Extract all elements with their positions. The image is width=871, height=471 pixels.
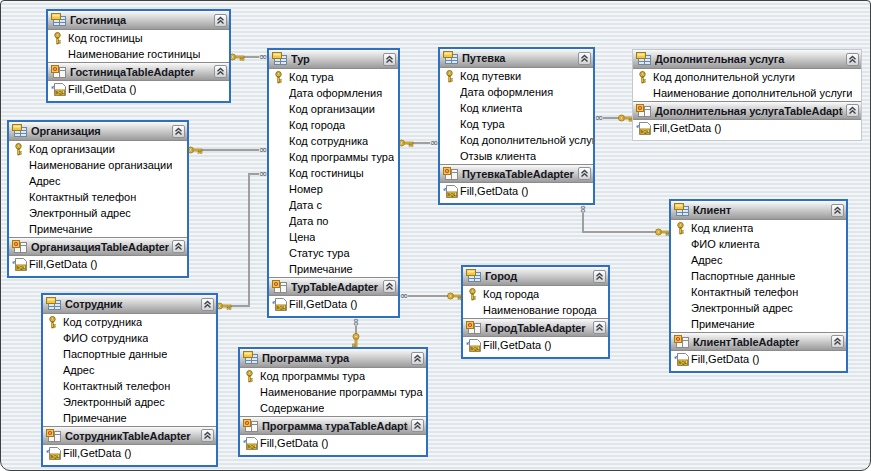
column-row[interactable]: Дата оформления xyxy=(269,85,398,101)
methods-row[interactable]: SQLFill,GetData () xyxy=(440,183,593,199)
collapse-button[interactable] xyxy=(172,125,185,138)
relation-connector[interactable]: ∞ xyxy=(578,205,670,235)
collapse-button[interactable] xyxy=(831,204,844,217)
column-row[interactable]: Код сотрудника xyxy=(43,314,216,330)
column-row[interactable]: Дата по xyxy=(269,213,398,229)
column-row[interactable]: Дата оформления xyxy=(440,84,593,100)
table-header[interactable]: Город xyxy=(463,267,608,286)
column-row[interactable]: Код сотрудника xyxy=(269,133,398,149)
methods-row[interactable]: SQLFill,GetData () xyxy=(463,337,608,353)
collapse-button[interactable] xyxy=(383,280,396,293)
column-row[interactable]: Наименование программы тура xyxy=(240,384,426,400)
column-row[interactable]: Код тура xyxy=(269,69,398,85)
column-row[interactable]: Контактный телефон xyxy=(43,378,216,394)
column-row[interactable]: Электронный адрес xyxy=(43,394,216,410)
column-row[interactable]: Примечание xyxy=(269,261,398,277)
methods-row[interactable]: SQLFill,GetData () xyxy=(43,445,216,461)
relation-connector[interactable]: ∞ xyxy=(595,112,633,123)
adapter-header[interactable]: Программа тураTableAdapter xyxy=(240,416,426,435)
column-row[interactable]: ФИО сотрудника xyxy=(43,330,216,346)
adapter-header[interactable]: Дополнительная услугаTableAdapter xyxy=(633,101,861,120)
relation-connector[interactable]: ∞ xyxy=(188,144,268,155)
column-row[interactable]: Код гостиницы xyxy=(48,30,229,46)
column-row[interactable]: Наименование гостиницы xyxy=(48,46,229,62)
relation-connector[interactable]: ∞ xyxy=(400,290,462,301)
collapse-button[interactable] xyxy=(846,104,859,117)
column-row[interactable]: Контактный телефон xyxy=(671,284,846,300)
adapter-header[interactable]: СотрудникTableAdapter xyxy=(43,426,216,445)
relation-connector[interactable]: ∞ xyxy=(217,168,268,309)
table-header[interactable]: Гостиница xyxy=(48,11,229,30)
relation-connector[interactable]: ∞ xyxy=(351,318,362,348)
collapse-button[interactable] xyxy=(201,298,214,311)
column-row[interactable]: Адрес xyxy=(9,173,187,189)
relation-connector[interactable]: ∞ xyxy=(399,137,439,148)
methods-row[interactable]: SQLFill,GetData () xyxy=(240,435,426,451)
column-row[interactable]: Электронный адрес xyxy=(671,300,846,316)
collapse-button[interactable] xyxy=(846,53,859,66)
column-row[interactable]: Код дополнительной услуги xyxy=(633,69,861,85)
methods-row[interactable]: SQLFill,GetData () xyxy=(671,351,846,367)
column-row[interactable]: Цена xyxy=(269,229,398,245)
methods-row[interactable]: SQLFill,GetData () xyxy=(633,120,861,136)
table-header[interactable]: Организация xyxy=(9,122,187,141)
column-row[interactable]: Адрес xyxy=(43,362,216,378)
column-row[interactable]: Статус тура xyxy=(269,245,398,261)
methods-row[interactable]: SQLFill,GetData () xyxy=(269,296,398,312)
methods-row[interactable]: SQLFill,GetData () xyxy=(48,81,229,97)
column-row[interactable]: Код тура xyxy=(440,116,593,132)
collapse-button[interactable] xyxy=(578,52,591,65)
column-row[interactable]: Код программы тура xyxy=(240,368,426,384)
table-header[interactable]: Тур xyxy=(269,50,398,69)
collapse-button[interactable] xyxy=(593,270,606,283)
adapter-header[interactable]: ТурTableAdapter xyxy=(269,277,398,296)
column-row[interactable]: Код клиента xyxy=(440,100,593,116)
column-row[interactable]: Наименование дополнительной услуги xyxy=(633,85,861,101)
collapse-button[interactable] xyxy=(214,65,227,78)
table-organization[interactable]: ОрганизацияКод организацииНаименование о… xyxy=(7,120,189,278)
table-header[interactable]: Программа тура xyxy=(240,349,426,368)
collapse-button[interactable] xyxy=(411,419,424,432)
column-row[interactable]: Электронный адрес xyxy=(9,205,187,221)
column-row[interactable]: Примечание xyxy=(9,221,187,237)
column-row[interactable]: Код клиента xyxy=(671,220,846,236)
column-row[interactable]: Паспортные данные xyxy=(43,346,216,362)
relation-line[interactable] xyxy=(218,174,259,306)
column-row[interactable]: Код путевки xyxy=(440,68,593,84)
collapse-button[interactable] xyxy=(383,53,396,66)
table-client[interactable]: КлиентКод клиентаФИО клиентаАдресПаспорт… xyxy=(669,199,848,373)
collapse-button[interactable] xyxy=(593,321,606,334)
column-row[interactable]: Примечание xyxy=(671,316,846,332)
column-row[interactable]: Наименование города xyxy=(463,302,608,318)
table-voucher[interactable]: ПутевкаКод путевкиДата оформленияКод кли… xyxy=(438,47,595,205)
adapter-header[interactable]: КлиентTableAdapter xyxy=(671,332,846,351)
column-row[interactable]: Паспортные данные xyxy=(671,268,846,284)
column-row[interactable]: Номер xyxy=(269,181,398,197)
column-row[interactable]: Код дополнительной услуги xyxy=(440,132,593,148)
adapter-header[interactable]: ГородTableAdapter xyxy=(463,318,608,337)
column-row[interactable]: Наименование организации xyxy=(9,157,187,173)
column-row[interactable]: Адрес xyxy=(671,252,846,268)
table-tour[interactable]: ТурКод тураДата оформленияКод организаци… xyxy=(267,48,400,318)
table-header[interactable]: Дополнительная услуга xyxy=(633,50,861,69)
adapter-header[interactable]: ПутевкаTableAdapter xyxy=(440,164,593,183)
column-row[interactable]: Отзыв клиента xyxy=(440,148,593,164)
relation-line[interactable] xyxy=(583,213,669,232)
column-row[interactable]: Дата с xyxy=(269,197,398,213)
relation-connector[interactable]: ∞ xyxy=(230,51,268,62)
table-header[interactable]: Сотрудник xyxy=(43,295,216,314)
table-hotel[interactable]: ГостиницаКод гостиницыНаименование гости… xyxy=(46,9,231,103)
table-tour_program[interactable]: Программа тураКод программы тураНаименов… xyxy=(238,347,428,457)
column-row[interactable]: Код программы тура xyxy=(269,149,398,165)
methods-row[interactable]: SQLFill,GetData () xyxy=(9,256,187,272)
table-header[interactable]: Клиент xyxy=(671,201,846,220)
column-row[interactable]: Контактный телефон xyxy=(9,189,187,205)
column-row[interactable]: Код города xyxy=(269,117,398,133)
column-row[interactable]: ФИО клиента xyxy=(671,236,846,252)
table-header[interactable]: Путевка xyxy=(440,49,593,68)
collapse-button[interactable] xyxy=(214,14,227,27)
collapse-button[interactable] xyxy=(201,429,214,442)
table-extra_service[interactable]: Дополнительная услугаКод дополнительной … xyxy=(632,49,862,141)
column-row[interactable]: Код гостиницы xyxy=(269,165,398,181)
column-row[interactable]: Код организации xyxy=(269,101,398,117)
